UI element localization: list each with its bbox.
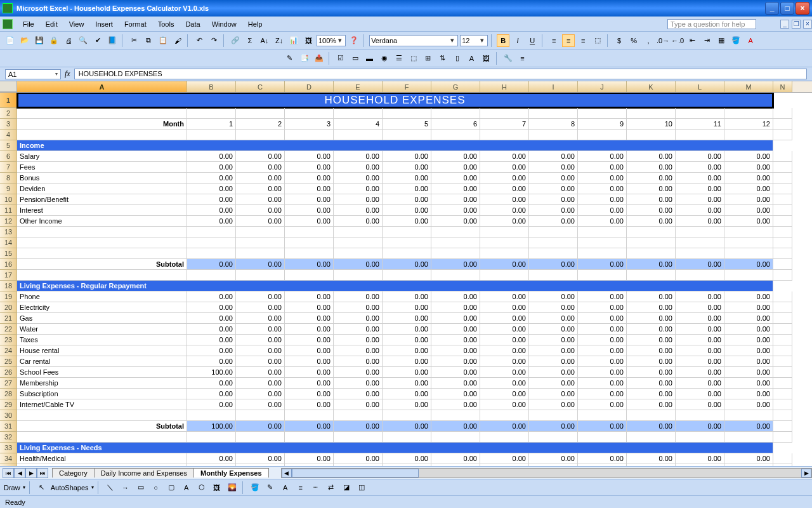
row-header[interactable]: 6 xyxy=(0,151,17,162)
empty-cell[interactable] xyxy=(431,464,480,466)
data-cell[interactable]: 0.00 xyxy=(236,453,285,464)
data-cell[interactable]: 0.00 xyxy=(627,205,676,216)
data-cell[interactable]: 0.00 xyxy=(578,453,627,464)
help-search[interactable] xyxy=(667,19,756,29)
section-header[interactable]: Living Expenses - Regular Repayment xyxy=(17,281,773,291)
data-cell[interactable]: 0.00 xyxy=(676,453,724,464)
autosum-icon[interactable]: Σ xyxy=(244,34,256,47)
subtotal-cell[interactable]: 0.00 xyxy=(334,421,383,432)
menu-help[interactable]: Help xyxy=(243,19,268,29)
month-cell[interactable]: 7 xyxy=(480,119,529,130)
data-cell[interactable]: 0.00 xyxy=(383,162,431,173)
data-cell[interactable]: 0.00 xyxy=(236,356,285,367)
row-header[interactable]: 16 xyxy=(0,259,17,270)
empty-cell[interactable] xyxy=(578,270,627,281)
data-cell[interactable]: 0.00 xyxy=(431,313,480,324)
data-cell[interactable]: 0.00 xyxy=(480,356,529,367)
open-icon[interactable]: 📂 xyxy=(18,34,31,47)
empty-cell[interactable] xyxy=(334,108,383,119)
empty-cell[interactable] xyxy=(383,237,431,248)
data-cell[interactable]: 0.00 xyxy=(676,399,724,410)
data-cell[interactable]: 0.00 xyxy=(187,291,236,302)
wordart-icon[interactable]: A xyxy=(180,481,193,494)
font-color-icon[interactable]: A xyxy=(744,34,757,47)
row-header[interactable]: 26 xyxy=(0,367,17,378)
name-box[interactable]: A1▾ xyxy=(5,69,61,79)
data-cell[interactable]: 0.00 xyxy=(236,399,285,410)
empty-cell[interactable] xyxy=(724,248,773,259)
empty-cell[interactable] xyxy=(236,108,285,119)
data-cell[interactable]: 0.00 xyxy=(187,453,236,464)
data-cell[interactable]: 0.00 xyxy=(383,367,431,378)
redo-icon[interactable]: ↷ xyxy=(207,34,220,47)
empty-cell[interactable] xyxy=(285,248,334,259)
data-cell[interactable]: 0.00 xyxy=(236,173,285,184)
data-cell[interactable]: 0.00 xyxy=(724,216,773,227)
empty-cell[interactable] xyxy=(334,464,383,466)
col-header-F[interactable]: F xyxy=(383,81,431,92)
month-cell[interactable]: 12 xyxy=(724,119,773,130)
scroll-left-icon[interactable]: ◀ xyxy=(282,469,292,478)
empty-cell[interactable] xyxy=(529,410,578,421)
tool-icon[interactable]: 📑 xyxy=(298,52,311,65)
hyperlink-icon[interactable]: 🔗 xyxy=(229,34,242,47)
data-cell[interactable]: 0.00 xyxy=(187,324,236,335)
sort-desc-icon[interactable]: Z↓ xyxy=(273,34,285,47)
dashstyle-icon[interactable]: ┄ xyxy=(310,481,322,494)
data-cell[interactable]: 0.00 xyxy=(187,194,236,205)
data-cell[interactable]: 0.00 xyxy=(383,216,431,227)
help-icon[interactable]: ❓ xyxy=(348,34,360,47)
empty-cell[interactable] xyxy=(676,108,724,119)
data-cell[interactable]: 0.00 xyxy=(334,313,383,324)
row-label[interactable]: Car rental xyxy=(17,356,187,367)
data-cell[interactable]: 0.00 xyxy=(676,302,724,313)
data-cell[interactable]: 0.00 xyxy=(383,453,431,464)
col-header-K[interactable]: K xyxy=(627,81,676,92)
data-cell[interactable]: 0.00 xyxy=(480,399,529,410)
empty-cell[interactable] xyxy=(383,108,431,119)
data-cell[interactable]: 0.00 xyxy=(627,194,676,205)
empty-cell[interactable] xyxy=(676,464,724,466)
data-cell[interactable]: 0.00 xyxy=(431,291,480,302)
empty-cell[interactable] xyxy=(773,367,792,378)
chart-icon[interactable]: 📊 xyxy=(287,34,300,47)
row-header[interactable]: 1 xyxy=(0,93,17,108)
data-cell[interactable]: 0.00 xyxy=(676,367,724,378)
data-cell[interactable]: 0.00 xyxy=(676,313,724,324)
data-cell[interactable]: 0.00 xyxy=(431,324,480,335)
empty-cell[interactable] xyxy=(431,237,480,248)
data-cell[interactable]: 0.00 xyxy=(431,184,480,194)
empty-cell[interactable] xyxy=(676,410,724,421)
empty-cell[interactable] xyxy=(773,313,792,324)
data-cell[interactable]: 0.00 xyxy=(676,291,724,302)
row-header[interactable]: 27 xyxy=(0,378,17,389)
month-cell[interactable]: 10 xyxy=(627,119,676,130)
data-cell[interactable]: 0.00 xyxy=(627,378,676,389)
empty-cell[interactable] xyxy=(773,227,792,237)
undo-icon[interactable]: ↶ xyxy=(193,34,206,47)
empty-cell[interactable] xyxy=(431,248,480,259)
data-cell[interactable]: 0.00 xyxy=(334,389,383,399)
subtotal-cell[interactable]: 0.00 xyxy=(676,421,724,432)
data-cell[interactable]: 0.00 xyxy=(578,335,627,345)
maximize-button[interactable]: □ xyxy=(780,2,794,15)
workbook-restore[interactable]: ❐ xyxy=(792,20,801,29)
data-cell[interactable]: 0.00 xyxy=(383,399,431,410)
row-header[interactable]: 23 xyxy=(0,335,17,345)
data-cell[interactable]: 0.00 xyxy=(236,335,285,345)
empty-cell[interactable] xyxy=(724,410,773,421)
toggle-icon[interactable]: ⊞ xyxy=(422,52,435,65)
empty-cell[interactable] xyxy=(773,184,792,194)
empty-cell[interactable] xyxy=(724,130,773,140)
cell-area[interactable]: HOUSEHOLD EXPENSESMonth123456789101112In… xyxy=(17,93,812,466)
empty-cell[interactable] xyxy=(431,130,480,140)
data-cell[interactable]: 0.00 xyxy=(724,453,773,464)
menu-edit[interactable]: Edit xyxy=(41,19,63,29)
data-cell[interactable]: 0.00 xyxy=(676,173,724,184)
sheet-title-cell[interactable]: HOUSEHOLD EXPENSES xyxy=(17,93,773,108)
data-cell[interactable]: 0.00 xyxy=(578,356,627,367)
row-header[interactable]: 24 xyxy=(0,345,17,356)
data-cell[interactable]: 0.00 xyxy=(480,302,529,313)
empty-cell[interactable] xyxy=(236,270,285,281)
data-cell[interactable]: 0.00 xyxy=(236,151,285,162)
